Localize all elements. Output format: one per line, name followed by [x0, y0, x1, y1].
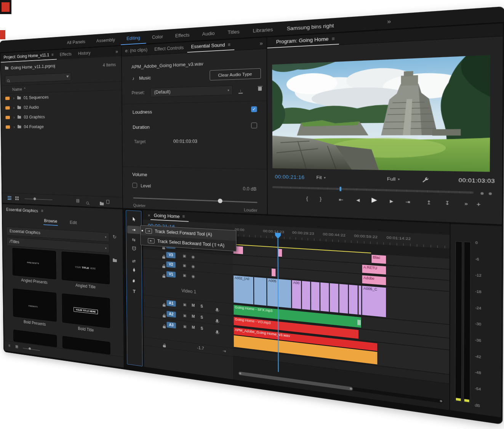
workspace-tab-editing[interactable]: Editing — [121, 31, 146, 45]
panel-menu-icon[interactable]: ≡ — [51, 52, 54, 57]
tab-browse[interactable]: Browse — [43, 217, 58, 226]
duration-checkbox[interactable] — [251, 122, 257, 128]
hand-tool[interactable] — [128, 277, 141, 286]
timeline-clip[interactable] — [329, 283, 339, 313]
selection-tool[interactable] — [127, 216, 140, 225]
duration-section-label[interactable]: Duration — [133, 124, 150, 130]
settings-wrench-icon[interactable] — [422, 177, 429, 183]
clear-audio-type-button[interactable]: Clear Audio Type — [210, 68, 261, 80]
track-name-video1[interactable]: Video 1 — [181, 288, 196, 294]
play-button[interactable]: ▶ — [371, 196, 377, 204]
panel-menu-icon[interactable]: ≡ — [182, 214, 185, 219]
disclosure-chevron-icon[interactable]: › — [13, 124, 14, 129]
lock-icon[interactable] — [162, 247, 165, 249]
scrollbar-handle[interactable] — [239, 372, 241, 374]
zoom-level-select[interactable]: Fit ▾ — [316, 175, 325, 180]
go-to-out-button[interactable]: ⇥ — [406, 199, 410, 205]
timeline-clip[interactable]: A RETU — [362, 264, 386, 275]
step-back-button[interactable]: ◀ — [356, 198, 360, 202]
disclosure-chevron-icon[interactable]: › — [13, 95, 14, 100]
lock-icon[interactable] — [162, 256, 165, 259]
level-value[interactable]: 0.0 dB — [243, 186, 257, 192]
sync-lock-icon[interactable]: ▣ — [183, 273, 186, 277]
track-target-a1[interactable]: A1 — [166, 300, 176, 307]
playback-resolution-select[interactable]: Full ▾ — [387, 176, 400, 182]
mark-out-button[interactable]: } — [320, 196, 322, 202]
zoom-slider[interactable] — [25, 198, 53, 200]
step-forward-button[interactable]: ▶ — [390, 199, 393, 203]
lock-icon[interactable] — [163, 315, 165, 317]
razor-tool[interactable] — [127, 245, 140, 254]
mute-button[interactable]: M — [192, 314, 195, 318]
scrollbar-handle[interactable] — [350, 387, 352, 390]
template-angled-presents[interactable]: PRESENTS — [12, 248, 56, 280]
target-value[interactable]: 00:01:03:03 — [173, 139, 197, 144]
voiceover-record-icon[interactable] — [216, 308, 218, 311]
zoom-slider[interactable] — [23, 348, 40, 351]
lock-icon[interactable] — [163, 304, 165, 307]
panel-overflow-icon[interactable]: » — [260, 40, 267, 47]
type-tool[interactable]: T — [128, 287, 141, 296]
lift-button[interactable]: ↥ — [426, 199, 431, 206]
level-checkbox[interactable] — [132, 183, 137, 188]
new-bin-icon[interactable] — [100, 202, 104, 206]
track-gain-value[interactable]: -1.7 — [197, 345, 204, 350]
solo-button[interactable]: S — [200, 315, 203, 320]
zoom-slider-handle[interactable] — [34, 198, 36, 200]
workspace-tab-color[interactable]: Color — [146, 30, 169, 44]
track-target-v2[interactable]: V2 — [166, 261, 175, 268]
sync-icon[interactable]: ↻ — [113, 234, 117, 239]
workspace-tab-effects[interactable]: Effects — [169, 28, 196, 42]
project-search-box[interactable] — [5, 73, 71, 84]
scrubber-grip[interactable] — [489, 192, 492, 195]
sync-lock-icon[interactable]: ▣ — [183, 302, 186, 307]
preset-select[interactable]: (Default) ▾ — [150, 85, 232, 97]
track-target-v3[interactable]: V3 — [166, 252, 175, 259]
panel-overflow-icon[interactable]: » — [115, 48, 121, 55]
workspace-tab-assembly[interactable]: Assembly — [91, 33, 121, 47]
sync-lock-icon[interactable]: ▣ — [183, 324, 187, 329]
slip-tool[interactable]: ⇄ — [128, 257, 141, 265]
toggle-track-output-icon[interactable]: ◉ — [192, 264, 195, 269]
template-bold-presents[interactable]: PRESENTS — [13, 288, 57, 321]
lock-icon[interactable] — [162, 266, 165, 268]
lock-icon[interactable] — [163, 326, 165, 329]
timeline-clip[interactable]: A005 — [267, 278, 291, 308]
folder-icon[interactable] — [113, 259, 117, 262]
workspace-tab-audio[interactable]: Audio — [196, 26, 221, 41]
timeline-clip[interactable] — [320, 282, 330, 312]
disclosure-chevron-icon[interactable]: › — [13, 115, 14, 120]
list-view-icon[interactable] — [8, 196, 11, 200]
tab-history[interactable]: History — [75, 48, 94, 58]
program-scrubber[interactable] — [272, 186, 474, 194]
scrollbar-handle[interactable] — [440, 400, 442, 402]
ripple-edit-tool[interactable]: ⇆ — [127, 235, 140, 244]
panel-menu-icon[interactable]: ≡ — [332, 36, 335, 42]
project-row-footage[interactable]: › 04 Footage — [2, 121, 122, 132]
timeline-clip[interactable]: Blac — [371, 254, 387, 264]
template-bold-title[interactable]: YOUR TITLE HERE — [62, 293, 110, 328]
lock-icon[interactable] — [163, 345, 166, 348]
tab-source-monitor[interactable]: e: (no clips) — [122, 44, 151, 56]
solo-button[interactable]: S — [200, 304, 203, 308]
go-to-in-button[interactable]: ⇤ — [339, 197, 343, 202]
project-row-graphics[interactable]: › 03 Graphics — [2, 110, 122, 122]
filter-icon[interactable] — [66, 76, 69, 78]
workspace-tab-libraries[interactable]: Libraries — [246, 22, 280, 37]
grid-view-icon[interactable]: ▦ — [15, 344, 18, 349]
tab-edit[interactable]: Edit — [69, 218, 77, 227]
mark-in-button[interactable]: { — [306, 196, 308, 201]
transport-more-icon[interactable]: » — [464, 201, 468, 207]
sync-lock-icon[interactable]: ▣ — [183, 254, 186, 258]
save-preset-icon[interactable]: ↓ — [238, 88, 243, 93]
volume-section-label[interactable]: Volume — [132, 172, 147, 177]
timeline-clip[interactable]: A00 — [291, 280, 301, 309]
template-angled-title[interactable]: YOUR TITLE HERE — [61, 251, 110, 284]
voiceover-record-icon[interactable] — [216, 319, 218, 322]
voiceover-record-icon[interactable] — [216, 330, 218, 333]
mute-button[interactable]: M — [192, 325, 195, 329]
workspace-tab-all-panels[interactable]: All Panels — [61, 35, 91, 49]
tab-effects[interactable]: Effects — [56, 49, 75, 59]
close-icon[interactable]: × — [143, 212, 150, 218]
timeline-clip[interactable]: A002_(A0 — [233, 275, 254, 305]
